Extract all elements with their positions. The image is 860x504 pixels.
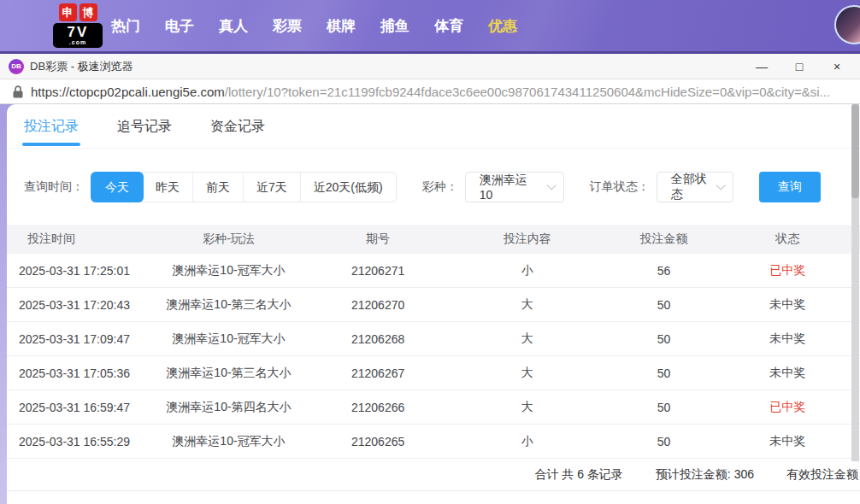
bet-time-cell: 2025-03-31 17:09:47 [7, 332, 144, 346]
time-option-yesterday[interactable]: 昨天 [143, 173, 192, 202]
lottery-select[interactable]: 澳洲幸运10 [465, 172, 564, 202]
header-status: 状态 [715, 231, 860, 247]
bet-content-cell: 小 [442, 434, 613, 449]
nav-item-sports[interactable]: 体育 [434, 16, 463, 36]
bet-amount-cell: 50 [613, 401, 716, 414]
time-option-daybefore[interactable]: 前天 [192, 173, 243, 202]
table-row: 2025-03-31 17:20:43 澳洲幸运10-第三名大小 2120627… [7, 288, 860, 322]
status-select-value: 全部状态 [671, 172, 709, 202]
issue-cell: 21206265 [314, 435, 442, 448]
bet-time-cell: 2025-03-31 16:59:47 [7, 401, 144, 414]
time-option-7days[interactable]: 近7天 [243, 173, 300, 202]
window-title: DB彩票 - 极速浏览器 [30, 59, 754, 74]
site-logo[interactable]: 申 博 7V .com [53, 3, 103, 48]
issue-cell: 21206270 [314, 298, 442, 312]
chevron-down-icon [716, 180, 725, 190]
header-bet-time: 投注时间 [7, 231, 144, 247]
tab-chase-records[interactable]: 追号记录 [117, 104, 172, 149]
query-button[interactable]: 查询 [759, 172, 821, 202]
table-row: 2025-03-31 17:05:36 澳洲幸运10-第三名大小 2120626… [7, 356, 860, 390]
game-play-cell: 澳洲幸运10-冠军大小 [144, 434, 315, 449]
bet-amount-cell: 50 [613, 366, 716, 380]
time-filter-group: 今天 昨天 前天 近7天 近20天(低频) [91, 172, 397, 202]
url-host: https://ctopcp02pcali.uengi5e.com [31, 85, 225, 99]
bet-content-cell: 大 [442, 400, 613, 415]
nav-item-hot[interactable]: 热门 [111, 16, 140, 36]
game-play-cell: 澳洲幸运10-第三名大小 [144, 366, 315, 381]
header-game-play: 彩种-玩法 [144, 231, 315, 247]
issue-cell: 21206268 [314, 332, 442, 346]
bet-amount-cell: 50 [613, 332, 716, 346]
game-play-cell: 澳洲幸运10-第三名大小 [144, 297, 315, 313]
issue-cell: 21206266 [314, 401, 442, 414]
game-play-cell: 澳洲幸运10-冠军大小 [144, 331, 315, 347]
logo-badges: 申 博 [53, 3, 103, 21]
table-header-row: 投注时间 彩种-玩法 期号 投注内容 投注金额 状态 [7, 225, 860, 254]
table-row: 2025-03-31 16:59:47 澳洲幸运10-第四名大小 2120626… [7, 390, 860, 425]
browser-tab-favicon: DB [9, 59, 24, 74]
table-row: 2025-03-31 17:25:01 澳洲幸运10-冠军大小 21206271… [7, 254, 860, 288]
site-topbar: 申 博 7V .com 热门 电子 真人 彩票 棋牌 捕鱼 体育 优惠 [0, 0, 860, 51]
header-bet-amount: 投注金额 [613, 231, 716, 247]
bet-content-cell: 小 [442, 263, 613, 278]
status-cell: 已中奖 [715, 263, 860, 278]
bet-amount-cell: 56 [613, 264, 716, 278]
time-option-20days[interactable]: 近20天(低频) [300, 173, 396, 202]
bet-content-cell: 大 [442, 297, 613, 313]
summary-valid-amount: 有效投注金额 [786, 467, 858, 483]
tab-bet-records[interactable]: 投注记录 [24, 104, 79, 149]
header-issue: 期号 [314, 231, 442, 247]
bet-time-cell: 2025-03-31 17:25:01 [7, 264, 144, 278]
vertical-scrollbar[interactable] [851, 104, 859, 461]
url-text: https://ctopcp02pcali.uengi5e.com/lotter… [31, 85, 830, 99]
bet-content-cell: 大 [442, 366, 613, 381]
summary-total: 合计 共 6 条记录 [534, 467, 622, 483]
header-bet-content: 投注内容 [442, 231, 613, 247]
status-cell: 未中奖 [715, 434, 860, 449]
minimize-button[interactable]: — [754, 61, 769, 73]
browser-window: 申 博 7V .com 热门 电子 真人 彩票 棋牌 捕鱼 体育 优惠 DB D… [0, 0, 860, 504]
logo-badge-left: 申 [59, 3, 77, 21]
bet-time-cell: 2025-03-31 16:55:29 [7, 435, 144, 448]
status-cell: 未中奖 [715, 297, 860, 313]
game-play-cell: 澳洲幸运10-冠军大小 [144, 263, 315, 278]
url-path: /lottery/10?token=21c1199fcb9244fdace3c6… [225, 85, 830, 99]
bet-records-table: 投注时间 彩种-玩法 期号 投注内容 投注金额 状态 2025-03-31 17… [7, 225, 860, 491]
nav-item-live[interactable]: 真人 [219, 16, 248, 36]
order-status-select[interactable]: 全部状态 [657, 172, 733, 202]
close-button[interactable]: × [829, 61, 845, 73]
bet-content-cell: 大 [442, 331, 613, 347]
lottery-filter-label: 彩种： [422, 179, 458, 195]
lock-icon [13, 85, 23, 98]
record-tabs: 投注记录 追号记录 资金记录 [7, 104, 860, 149]
logo-brand-suffix: .com [53, 39, 103, 45]
nav-item-fishing[interactable]: 捕鱼 [380, 16, 409, 36]
page-content: 投注记录 追号记录 资金记录 查询时间： 今天 昨天 前天 近7天 近20天(低… [0, 104, 860, 504]
status-cell: 未中奖 [715, 331, 860, 347]
tab-fund-records[interactable]: 资金记录 [210, 104, 265, 149]
window-controls: — □ × [754, 61, 845, 73]
logo-brand-text: 7V [53, 25, 103, 39]
status-cell: 已中奖 [715, 400, 860, 415]
scrollbar-thumb[interactable] [851, 104, 859, 198]
nav-item-slots[interactable]: 电子 [165, 16, 194, 36]
user-avatar[interactable] [834, 5, 860, 44]
nav-item-chess[interactable]: 棋牌 [327, 16, 356, 36]
maximize-button[interactable]: □ [792, 61, 807, 73]
records-card: 投注记录 追号记录 资金记录 查询时间： 今天 昨天 前天 近7天 近20天(低… [7, 104, 860, 504]
site-nav: 热门 电子 真人 彩票 棋牌 捕鱼 体育 优惠 [111, 16, 517, 36]
game-play-cell: 澳洲幸运10-第四名大小 [144, 400, 315, 415]
nav-item-lottery[interactable]: 彩票 [273, 16, 302, 36]
time-option-today[interactable]: 今天 [91, 172, 144, 202]
bet-amount-cell: 50 [613, 298, 716, 312]
table-summary-row: 合计 共 6 条记录 预计投注金额: 306 有效投注金额 [7, 459, 860, 491]
issue-cell: 21206267 [314, 366, 442, 380]
address-bar[interactable]: https://ctopcp02pcali.uengi5e.com/lotter… [0, 79, 860, 104]
bet-time-cell: 2025-03-31 17:05:36 [7, 366, 144, 380]
browser-titlebar: DB DB彩票 - 极速浏览器 — □ × [0, 51, 860, 79]
nav-item-promo[interactable]: 优惠 [488, 16, 517, 36]
issue-cell: 21206271 [314, 264, 442, 278]
filter-bar: 查询时间： 今天 昨天 前天 近7天 近20天(低频) 彩种： 澳洲幸运10 订… [7, 172, 860, 202]
status-cell: 未中奖 [715, 366, 860, 381]
summary-expected-amount: 预计投注金额: 306 [656, 467, 754, 483]
